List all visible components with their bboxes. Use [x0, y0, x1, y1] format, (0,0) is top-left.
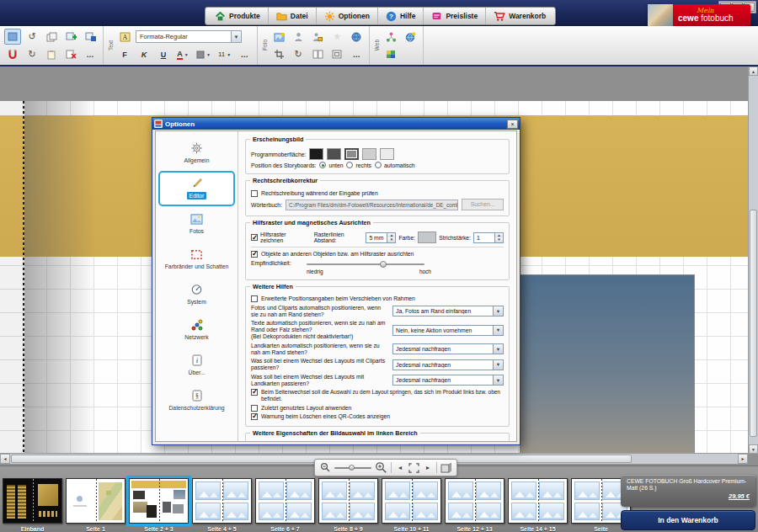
thumbnail-seite-1[interactable]: Seite 1: [66, 478, 125, 532]
puzzle-button[interactable]: [382, 46, 399, 62]
fill-color-button[interactable]: ▼: [194, 46, 213, 62]
dropdown-texte-positionieren[interactable]: Nein, keine Aktion vornehmen▼: [392, 325, 504, 336]
more-foto-button[interactable]: …: [348, 46, 365, 62]
font-size-select[interactable]: 11▼: [216, 46, 233, 62]
grid-color-button[interactable]: [418, 231, 436, 243]
menu-optionen[interactable]: Optionen: [317, 8, 378, 24]
copy-add-button[interactable]: [62, 29, 79, 45]
surface-swatch-2[interactable]: [327, 148, 341, 160]
more-edit-button[interactable]: …: [82, 46, 99, 62]
magnet-button[interactable]: [4, 46, 21, 62]
radio-automatisch[interactable]: automatisch: [375, 162, 415, 168]
surface-swatch-1[interactable]: [309, 148, 323, 160]
dropdown-layout-cliparts[interactable]: Jedesmal nachfragen▼: [392, 359, 504, 370]
zoom-slider-handle[interactable]: [349, 465, 355, 471]
thumbnail-seite-2-3[interactable]: Seite 2 + 3: [129, 478, 189, 532]
thumbnail-seite-10-11[interactable]: Seite 10 + 11: [382, 478, 441, 532]
scroll-right-button[interactable]: ▸: [738, 454, 748, 464]
next-page-button[interactable]: ▸: [423, 461, 433, 474]
font-template-button[interactable]: A: [116, 29, 133, 45]
font-color-button[interactable]: A▼: [174, 46, 191, 62]
zoom-out-icon[interactable]: [320, 461, 331, 474]
more-text-button[interactable]: …: [236, 46, 253, 62]
checkbox-snap-objects[interactable]: Objekte an anderen Objekten bzw. am Hilf…: [251, 251, 504, 258]
scroll-left-button[interactable]: ◂: [0, 454, 10, 464]
zoom-slider[interactable]: [334, 467, 371, 469]
spinner-arrows[interactable]: ▲▼: [494, 233, 503, 242]
checkbox-spellcheck[interactable]: Rechtschreibung während der Eingabe prüf…: [251, 190, 504, 197]
scroll-up-button[interactable]: ▲: [749, 66, 758, 76]
grid-stroke-spinner[interactable]: 1▲▼: [473, 232, 504, 243]
menu-preisliste[interactable]: Preisliste: [424, 8, 486, 24]
surface-swatch-3-selected[interactable]: [344, 148, 359, 160]
menu-warenkorb[interactable]: Warenkorb: [486, 8, 553, 24]
checkbox-draw-grid[interactable]: [251, 234, 258, 241]
surface-swatch-4[interactable]: [362, 148, 376, 160]
person-lock-button[interactable]: [309, 29, 326, 45]
redo-button[interactable]: ↻: [24, 46, 40, 62]
vertical-scroll-handle[interactable]: [750, 210, 757, 437]
sidebar-item-fotos[interactable]: Fotos: [158, 206, 235, 242]
sensitivity-slider-handle[interactable]: [380, 261, 387, 268]
delete-page-button[interactable]: [62, 46, 79, 62]
bold-button[interactable]: F: [116, 46, 133, 62]
grid-spacing-spinner[interactable]: 5 mm▲▼: [366, 232, 396, 243]
dialog-close-button[interactable]: ×: [507, 120, 518, 129]
frame-button[interactable]: [328, 46, 345, 62]
family-tree-button[interactable]: [382, 29, 399, 45]
copy-save-button[interactable]: [82, 29, 99, 45]
thumbnail-seite-6-7[interactable]: Seite 6 + 7: [255, 478, 315, 532]
sidebar-item-farbraender[interactable]: Farbränder und Schatten: [158, 242, 235, 277]
add-to-cart-button[interactable]: In den Warenkorb: [621, 510, 755, 530]
sidebar-item-ueber[interactable]: i Über...: [158, 348, 235, 383]
checkbox-qr-warning[interactable]: Warnung beim Löschen eines QR-Codes anze…: [251, 413, 504, 420]
paste-button[interactable]: [43, 46, 60, 62]
underline-button[interactable]: U: [155, 46, 172, 62]
dropdown-fotos-positionieren[interactable]: Ja, Fotos am Rand einfangen▼: [392, 306, 504, 317]
thumbnail-seite-14-15[interactable]: Seite 14 + 15: [508, 478, 568, 532]
rotate-left-button[interactable]: ↺: [24, 29, 40, 45]
checkbox-pagejump[interactable]: Beim Seitenwechsel soll die Auswahl zu d…: [251, 389, 504, 402]
sidebar-item-netzwerk[interactable]: Netzwerk: [158, 312, 235, 348]
menu-datei[interactable]: Datei: [269, 8, 317, 24]
checkbox-last-layout[interactable]: Zuletzt genutztes Layout anwenden: [251, 405, 504, 412]
thumbnail-seite-4-5[interactable]: Seite 4 + 5: [192, 478, 252, 532]
dropdown-landkarten-positionieren[interactable]: Jedesmal nachfragen▼: [392, 343, 504, 354]
menu-hilfe[interactable]: ? Hilfe: [378, 8, 424, 24]
dropdown-layout-landkarten[interactable]: Jedesmal nachfragen▼: [392, 375, 504, 386]
sidebar-item-allgemein[interactable]: Allgemein: [158, 136, 235, 171]
person-button[interactable]: [290, 29, 307, 45]
star-button[interactable]: ★: [328, 29, 345, 45]
sidebar-item-system[interactable]: System: [158, 277, 235, 312]
sky-photo-object[interactable]: [520, 275, 694, 453]
thumbnail-seite-8-9[interactable]: Seite 8 + 9: [318, 478, 378, 532]
checkbox-icon: [251, 251, 258, 258]
italic-button[interactable]: K: [136, 46, 152, 62]
thumbnail-einband[interactable]: Einband: [3, 478, 62, 532]
rotate-photo-button[interactable]: ↻: [290, 46, 307, 62]
add-photo-button[interactable]: [270, 29, 287, 45]
columns-button[interactable]: [309, 46, 326, 62]
radio-unten[interactable]: unten: [319, 162, 343, 168]
spread-view-button[interactable]: [440, 461, 451, 474]
previous-page-button[interactable]: ◂: [395, 461, 405, 474]
crop-button[interactable]: [270, 46, 287, 62]
sidebar-item-editor[interactable]: Editor: [158, 171, 235, 206]
zoom-in-icon[interactable]: [375, 461, 387, 474]
duplicate-page-button[interactable]: [43, 29, 60, 45]
fit-view-button[interactable]: [408, 461, 419, 474]
photo-world-button[interactable]: [348, 29, 365, 45]
web-globe-button[interactable]: [402, 29, 419, 45]
select-tool-button[interactable]: [4, 29, 21, 45]
vertical-scrollbar[interactable]: ▲ ▼: [748, 66, 758, 454]
sidebar-item-datenschutz[interactable]: § Datenschutzerklärung: [158, 383, 235, 418]
radio-rechts[interactable]: rechts: [346, 162, 371, 168]
spinner-arrows[interactable]: ▲▼: [387, 233, 395, 242]
surface-swatch-5[interactable]: [380, 148, 394, 160]
scroll-down-button[interactable]: ▼: [749, 444, 758, 454]
font-family-select[interactable]: Formata-Regular ▼: [136, 30, 242, 43]
thumbnail-seite-12-13[interactable]: Seite 12 + 13: [445, 478, 504, 532]
checkbox-extended-positions[interactable]: Erweiterte Positionsangaben beim Verschi…: [251, 295, 504, 302]
menu-produkte[interactable]: Produkte: [207, 8, 269, 24]
sensitivity-slider[interactable]: [307, 263, 424, 265]
